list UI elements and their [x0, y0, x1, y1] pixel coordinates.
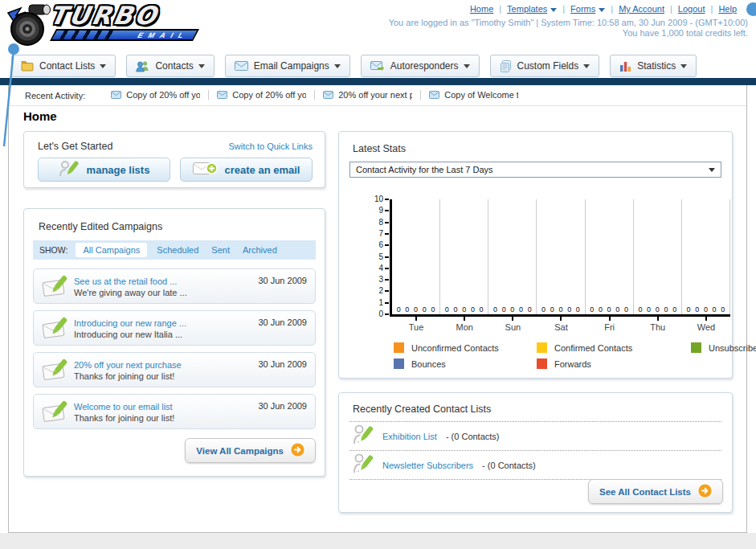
nav-link-forms[interactable]: Forms — [570, 4, 605, 14]
axis-tick — [512, 317, 513, 321]
campaign-date: 30 Jun 2009 — [258, 359, 307, 369]
filter-sent[interactable]: Sent — [211, 245, 230, 255]
filter-all-campaigns[interactable]: All Campaigns — [76, 243, 147, 257]
see-all-contact-lists-button[interactable]: See All Contact Lists — [588, 479, 723, 504]
chevron-down-icon — [334, 64, 341, 68]
login-status-text: You are logged in as "Timothy Smith" | S… — [389, 18, 748, 27]
recent-activity-item-label: Copy of 20% off yo — [232, 90, 306, 100]
tab-statistics[interactable]: Statistics — [610, 55, 697, 77]
legend-swatch — [394, 342, 404, 353]
contacts-icon — [136, 60, 149, 72]
bar-value-label: 0 — [510, 305, 514, 313]
chart-day-column: 00000 — [392, 199, 440, 314]
x-axis-label-text: Mon — [440, 322, 488, 332]
tab-autoresponders[interactable]: Autoresponders — [361, 55, 480, 77]
switch-quick-links-link[interactable]: Switch to Quick Links — [228, 141, 313, 151]
view-all-campaigns-button[interactable]: View All Campaigns — [185, 438, 316, 463]
bar-value-label: 0 — [528, 305, 532, 313]
main-content: Recent Activity: Copy of 20% off yoCopy … — [8, 85, 747, 533]
recent-activity-item[interactable]: Copy of 20% off yo — [103, 90, 209, 100]
tab-email-campaigns[interactable]: Email Campaigns — [225, 55, 350, 77]
bar-value-label: 0 — [414, 305, 418, 313]
campaign-row[interactable]: Welcome to our email listThanks for join… — [33, 394, 316, 429]
bar-value-labels: 00000 — [488, 305, 536, 313]
recent-activity-item[interactable]: Copy of Welcome to — [421, 90, 526, 100]
x-axis-label: Wed — [682, 317, 730, 332]
list-edit-icon — [353, 452, 374, 479]
bar-value-label: 0 — [607, 305, 611, 313]
campaign-title-link[interactable]: See us at the retail food ... — [74, 277, 177, 286]
x-axis-label: Mon — [440, 317, 488, 332]
campaign-row[interactable]: 20% off your next purchaseThanks for joi… — [33, 352, 316, 387]
top-nav: Home|Templates|Forms|My Account|Logout|H… — [470, 4, 737, 14]
contact-activity-chart: 109876543210 000000000000000000000000000… — [367, 199, 730, 332]
app-logo[interactable]: TURBO EMAIL — [5, 3, 196, 48]
y-axis-tick-label: 6 — [378, 241, 383, 249]
campaign-edit-icon — [42, 358, 74, 382]
nav-link-my-account[interactable]: My Account — [619, 4, 664, 14]
campaign-title-link[interactable]: 20% off your next purchase — [74, 360, 182, 370]
chevron-down-icon — [709, 168, 715, 172]
recent-campaigns-title: Recently Edited Campaigns — [39, 221, 310, 232]
tab-custom-fields[interactable]: Custom Fields — [490, 55, 600, 77]
see-all-contact-lists-label: See All Contact Lists — [599, 487, 691, 497]
nav-link-home[interactable]: Home — [470, 4, 493, 14]
campaign-text: 20% off your next purchaseThanks for joi… — [74, 358, 258, 382]
chevron-down-icon — [100, 64, 106, 68]
campaign-row[interactable]: See us at the retail food ...We're givin… — [33, 268, 316, 304]
nav-link-templates[interactable]: Templates — [507, 4, 557, 14]
nav-link-logout[interactable]: Logout — [678, 4, 705, 14]
y-axis-tick-label: 2 — [378, 287, 383, 295]
campaign-row[interactable]: Introducing our new range ...Introducing… — [33, 310, 316, 346]
help-bubble-icon[interactable] — [746, 2, 756, 16]
legend-item: Bounces — [394, 358, 537, 369]
nav-link-help[interactable]: Help — [718, 4, 737, 14]
bar-value-label: 0 — [656, 305, 660, 313]
fields-icon — [500, 60, 512, 72]
contact-list-link[interactable]: Newsletter Subscribers — [382, 461, 473, 470]
legend-item: Forwards — [537, 358, 691, 369]
campaign-text: See us at the retail food ...We're givin… — [74, 275, 258, 298]
bar-value-label: 0 — [624, 305, 628, 313]
x-axis-label: Thu — [634, 317, 682, 332]
bar-value-label: 0 — [664, 305, 668, 313]
bar-value-label: 0 — [502, 305, 506, 313]
contact-list-link[interactable]: Exhibition List — [382, 432, 437, 441]
recent-campaigns-panel: Recently Edited Campaigns SHOW: All Camp… — [23, 208, 325, 477]
contact-list-item[interactable]: Newsletter Subscribers- (0 Contacts) — [349, 451, 721, 480]
stats-period-value: Contact Activity for the Last 7 Days — [356, 165, 493, 174]
recent-activity-item-label: 20% off your next p — [338, 90, 412, 100]
main-nav-tabs: Contact ListsContactsEmail CampaignsAuto… — [11, 55, 697, 77]
x-axis-label: Sat — [537, 317, 585, 332]
campaign-title-link[interactable]: Introducing our new range ... — [74, 318, 186, 328]
tab-label: Email Campaigns — [254, 60, 329, 72]
contact-list-item[interactable]: Exhibition List- (0 Contacts) — [349, 422, 721, 451]
arrow-circle-icon — [291, 443, 304, 458]
campaign-edit-icon — [42, 274, 74, 298]
latest-stats-panel: Latest Stats Contact Activity for the La… — [338, 131, 733, 379]
campaign-title-link[interactable]: Welcome to our email list — [74, 402, 173, 412]
filter-archived[interactable]: Archived — [243, 245, 277, 255]
page-footer-strip — [0, 533, 756, 549]
create-email-button[interactable]: create an email — [180, 158, 313, 182]
autoresponder-icon — [370, 61, 385, 72]
bar-value-label: 0 — [550, 305, 554, 313]
stats-period-select[interactable]: Contact Activity for the Last 7 Days — [349, 162, 721, 178]
recent-activity-item[interactable]: Copy of 20% off yo — [209, 90, 315, 100]
chart-day-column: 00000 — [440, 199, 488, 314]
axis-tick — [705, 317, 707, 321]
tab-contact-lists[interactable]: Contact Lists — [11, 55, 116, 77]
legend-swatch — [394, 358, 404, 369]
legend-label: Forwards — [554, 359, 591, 369]
filter-scheduled[interactable]: Scheduled — [157, 245, 198, 255]
bar-value-label: 0 — [541, 305, 546, 313]
manage-lists-button[interactable]: manage lists — [38, 158, 170, 182]
x-axis-label: Fri — [586, 317, 634, 332]
bar-value-label: 0 — [647, 305, 651, 313]
x-axis-label-text: Tue — [392, 322, 440, 332]
contact-list-items: Exhibition List- (0 Contacts)Newsletter … — [349, 421, 721, 480]
recent-activity-item[interactable]: 20% off your next p — [315, 90, 421, 100]
bar-value-labels: 00000 — [440, 305, 488, 313]
latest-stats-title: Latest Stats — [353, 143, 718, 154]
tab-contacts[interactable]: Contacts — [126, 55, 214, 77]
